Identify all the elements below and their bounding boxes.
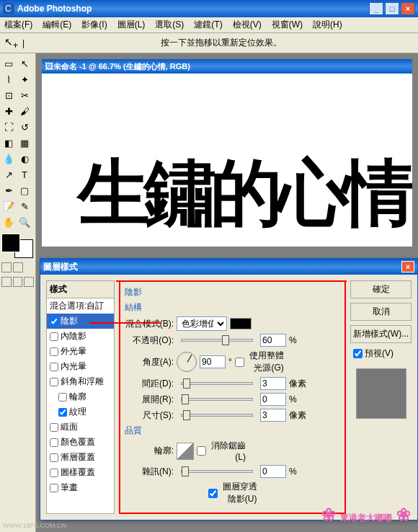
quickmask-std[interactable] (1, 262, 12, 272)
hand-tool[interactable]: ✋ (1, 215, 16, 229)
brush-tool[interactable]: 🖌 (17, 104, 32, 118)
style-item-3[interactable]: 內光暈 (47, 359, 114, 374)
maximize-button[interactable]: □ (385, 2, 399, 15)
style-label: 漸層覆蓋 (61, 451, 95, 464)
size-input[interactable] (260, 409, 286, 422)
dialog-close-button[interactable]: × (401, 261, 414, 272)
blur-tool[interactable]: 💧 (1, 151, 16, 166)
global-light-checkbox[interactable] (235, 358, 244, 367)
spread-slider[interactable] (181, 398, 253, 401)
color-swatch[interactable] (1, 234, 33, 258)
slice-tool[interactable]: ✂ (17, 88, 32, 102)
zoom-tool[interactable]: 🔍 (17, 215, 32, 229)
preview-checkbox[interactable] (353, 349, 363, 358)
style-item-1[interactable]: 內陰影 (47, 329, 114, 344)
menu-help[interactable]: 說明(H) (313, 19, 342, 31)
gradient-tool[interactable]: ▦ (17, 136, 32, 150)
shape-tool[interactable]: ▢ (17, 183, 32, 198)
style-checkbox[interactable] (58, 408, 67, 417)
menu-layer[interactable]: 圖層(L) (117, 19, 146, 31)
cancel-button[interactable]: 取消 (350, 303, 412, 321)
app-title: Adobe Photoshop (17, 4, 369, 14)
style-item-9[interactable]: 漸層覆蓋 (47, 450, 114, 465)
screen-std[interactable] (1, 277, 12, 287)
style-item-6[interactable]: 紋理 (47, 404, 114, 420)
canvas[interactable]: 生鏽的心情 (42, 74, 412, 247)
shadow-color-swatch[interactable] (230, 318, 252, 329)
style-checkbox[interactable] (50, 332, 58, 341)
opacity-slider[interactable] (181, 339, 253, 342)
dodge-tool[interactable]: ◐ (17, 151, 32, 166)
style-checkbox[interactable] (50, 484, 58, 492)
lasso-tool[interactable]: ⌇ (1, 72, 16, 87)
wand-tool[interactable]: ✦ (17, 72, 32, 87)
history-brush-tool[interactable]: ↺ (17, 120, 32, 134)
distance-input[interactable] (260, 377, 286, 390)
style-label: 圖樣覆蓋 (61, 466, 95, 479)
menu-select[interactable]: 選取(S) (155, 19, 184, 31)
menu-window[interactable]: 視窗(W) (272, 19, 303, 31)
style-item-10[interactable]: 圖樣覆蓋 (47, 465, 114, 480)
close-button[interactable]: × (401, 2, 415, 15)
knockout-checkbox[interactable] (208, 489, 218, 498)
move-tool-icon[interactable]: ↖+ (4, 36, 18, 50)
antialias-checkbox[interactable] (197, 446, 206, 456)
style-item-2[interactable]: 外光暈 (47, 344, 114, 359)
angle-input[interactable] (200, 355, 226, 368)
heal-tool[interactable]: ✚ (1, 104, 16, 118)
style-checkbox[interactable] (50, 363, 58, 371)
pen-tool[interactable]: ✒ (1, 183, 16, 198)
noise-label: 雜訊(N): (125, 466, 174, 478)
style-item-7[interactable]: 緞面 (47, 420, 114, 435)
marquee-tool[interactable]: ▭ (1, 56, 16, 71)
style-label: 顏色覆蓋 (61, 436, 95, 448)
angle-dial[interactable] (177, 352, 197, 372)
annotation-line (116, 280, 347, 282)
move-tool[interactable]: ↖ (17, 56, 32, 71)
style-checkbox[interactable] (50, 469, 58, 477)
style-checkbox[interactable] (50, 453, 58, 462)
opacity-input[interactable] (260, 334, 286, 347)
eraser-tool[interactable]: ◧ (1, 136, 16, 150)
screen-full[interactable] (13, 277, 23, 287)
style-item-5[interactable]: 輪廓 (47, 389, 114, 404)
style-checkbox[interactable] (50, 438, 58, 447)
menu-file[interactable]: 檔案(F) (4, 19, 32, 31)
style-item-4[interactable]: 斜角和浮雕 (47, 374, 114, 389)
contour-picker[interactable] (177, 443, 194, 460)
eyedropper-tool[interactable]: ✎ (17, 199, 32, 213)
menu-image[interactable]: 影像(I) (81, 19, 107, 31)
notes-tool[interactable]: 📝 (1, 199, 16, 213)
style-checkbox[interactable] (50, 378, 58, 386)
style-item-8[interactable]: 顏色覆蓋 (47, 435, 114, 450)
style-checkbox[interactable] (50, 317, 58, 326)
distance-slider[interactable] (181, 382, 253, 385)
style-checkbox[interactable] (50, 423, 58, 432)
style-checkbox[interactable] (50, 347, 58, 356)
style-item-0[interactable]: 陰影 (47, 314, 114, 329)
screen-fullmenu[interactable] (24, 277, 34, 287)
menu-filter[interactable]: 濾鏡(T) (194, 19, 222, 31)
crop-tool[interactable]: ⊡ (1, 88, 16, 102)
style-checkbox[interactable] (58, 393, 67, 402)
svg-text:C: C (5, 4, 12, 14)
noise-slider[interactable] (181, 470, 253, 473)
noise-input[interactable] (260, 465, 286, 478)
minimize-button[interactable]: _ (369, 2, 383, 15)
blend-mode-select[interactable]: 色彩增值 (177, 316, 227, 331)
menu-edit[interactable]: 編輯(E) (43, 19, 71, 31)
stamp-tool[interactable]: ⛶ (1, 120, 16, 134)
new-style-button[interactable]: 新增樣式(W)... (350, 325, 412, 343)
ok-button[interactable]: 確定 (350, 280, 412, 298)
blend-options-item[interactable]: 混合選項:自訂 (47, 298, 114, 314)
menu-view[interactable]: 檢視(V) (233, 19, 262, 31)
settings-panel: 陰影 結構 混合模式(B): 色彩增值 不透明(O): % 角度(A): ° 使… (119, 280, 346, 514)
size-slider[interactable] (181, 414, 253, 417)
spread-input[interactable] (260, 393, 286, 406)
quickmask-mask[interactable] (13, 262, 23, 272)
dialog-title: 圖層樣式 (43, 261, 401, 273)
path-tool[interactable]: ↗ (1, 167, 16, 182)
styles-header[interactable]: 樣式 (47, 281, 114, 298)
type-tool[interactable]: T (17, 167, 32, 182)
style-item-11[interactable]: 筆畫 (47, 480, 114, 495)
